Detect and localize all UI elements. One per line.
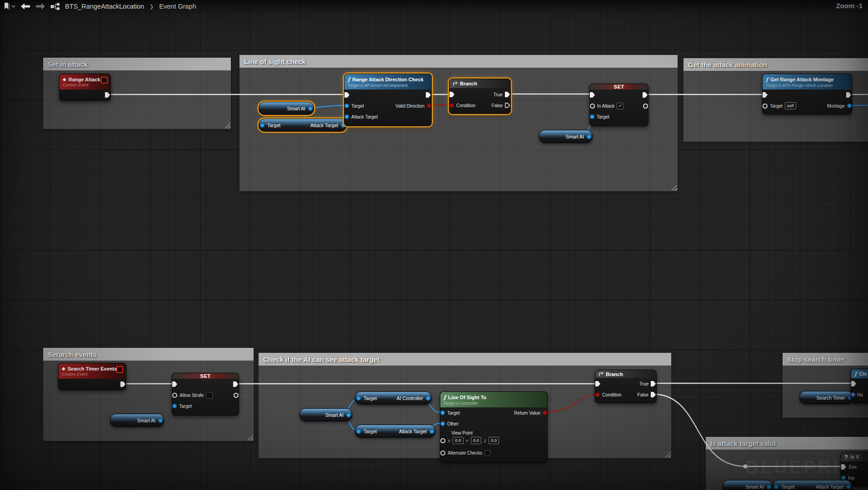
object-out-pin[interactable] <box>846 485 851 489</box>
node-search-timer-events[interactable]: ◆ Search Timer Events Custom Event <box>58 363 126 390</box>
node-set-in-attack[interactable]: SET In Attack ✓ Target <box>589 84 649 126</box>
handle-in-pin[interactable] <box>850 392 855 397</box>
false-out-pin[interactable] <box>505 103 510 108</box>
object-out-pin[interactable] <box>587 134 591 139</box>
valid-direction-out-pin[interactable] <box>427 104 431 108</box>
node-set-allow-strafe[interactable]: SET Allow Strafe Target <box>172 373 239 416</box>
object-out-pin[interactable] <box>346 413 351 417</box>
exec-out-pin[interactable] <box>426 92 431 98</box>
object-in-pin[interactable] <box>260 123 264 128</box>
exec-in-pin[interactable] <box>595 381 601 386</box>
exec-out-pin[interactable] <box>105 92 110 98</box>
target-in-pin[interactable] <box>590 114 594 119</box>
in-attack-in-pin[interactable] <box>590 104 595 109</box>
view-point-y-input[interactable]: 0.0 <box>471 437 481 444</box>
blueprint-graph-canvas[interactable]: Set in attack Line of sight check Get th… <box>0 0 868 490</box>
exec-in-pin[interactable] <box>172 381 178 387</box>
comment-resize-handle[interactable] <box>671 185 677 191</box>
variable-get-smart-ai[interactable]: Smart AI <box>110 414 164 427</box>
function-icon: ƒ <box>348 76 350 83</box>
self-input[interactable]: self <box>785 102 796 109</box>
target-in-pin[interactable] <box>763 104 768 109</box>
exec-out-pin[interactable] <box>120 381 126 387</box>
true-out-pin[interactable] <box>505 92 510 97</box>
comment-resize-handle[interactable] <box>224 123 230 129</box>
object-out-pin[interactable] <box>767 485 771 489</box>
exec-out-pin[interactable] <box>846 92 852 98</box>
variable-get-smart-ai[interactable]: Smart AI <box>723 480 773 490</box>
node-clear-and-invalidate-timer[interactable]: ƒ Cle Ha <box>851 369 868 403</box>
exec-in-pin[interactable] <box>763 92 768 98</box>
view-point-in-pin[interactable] <box>440 438 445 443</box>
variable-get-smart-ai[interactable]: Smart AI <box>299 408 352 421</box>
variable-get-smart-ai[interactable]: Smart AI <box>259 102 314 115</box>
forward-arrow-button[interactable] <box>35 3 45 10</box>
object-out-pin[interactable] <box>429 429 434 434</box>
target-in-pin[interactable] <box>440 411 445 415</box>
node-range-attack-event[interactable]: ◆ Range Attack Custom Event <box>59 74 111 101</box>
pin-label: Target <box>770 104 783 109</box>
variable-get-attack-target[interactable]: Target Attack Target <box>259 119 347 132</box>
comment-resize-handle[interactable] <box>665 452 671 458</box>
comment-title[interactable]: Set in attack <box>43 58 231 70</box>
node-line-of-sight-to[interactable]: ƒ Line Of Sight To Target is Controller … <box>440 391 548 462</box>
exec-in-pin[interactable] <box>841 464 847 470</box>
object-in-pin[interactable] <box>356 396 361 401</box>
allow-strafe-out-pin[interactable] <box>234 393 239 398</box>
pin-label: Return Value <box>514 411 540 416</box>
object-out-pin[interactable] <box>158 418 163 423</box>
function-get-ai-controller[interactable]: Target AI Controller <box>355 391 432 405</box>
allow-strafe-checkbox[interactable] <box>206 392 213 399</box>
comment-title[interactable]: Check if the AI can see attack target <box>259 353 671 366</box>
exec-out-pin[interactable] <box>233 381 239 387</box>
in-attack-checkbox[interactable]: ✓ <box>617 103 624 109</box>
variable-get-search-timer[interactable]: Search Timer <box>799 391 853 404</box>
back-arrow-button[interactable] <box>20 3 30 10</box>
comment-title[interactable]: Get the attack animation <box>683 58 868 71</box>
input-object-in-pin[interactable] <box>841 475 846 480</box>
object-in-pin[interactable] <box>774 485 778 489</box>
in-attack-out-pin[interactable] <box>643 104 648 109</box>
false-out-pin[interactable] <box>651 392 656 397</box>
montage-out-pin[interactable] <box>847 104 852 108</box>
variable-get-attack-target[interactable]: Target Attack Target <box>355 425 435 438</box>
object-out-pin[interactable] <box>426 396 430 401</box>
pin-label: Target <box>447 411 460 416</box>
breadcrumb-root[interactable]: BTS_RangeAttackLocation <box>65 3 144 10</box>
attack-target-in-pin[interactable] <box>344 114 349 119</box>
alternate-checks-checkbox[interactable] <box>484 450 490 456</box>
node-branch-top[interactable]: Branch True Condition False <box>449 79 511 114</box>
variable-get-attack-target[interactable]: Target Attack Target <box>773 480 852 490</box>
other-in-pin[interactable] <box>440 421 445 426</box>
object-in-pin[interactable] <box>356 429 361 434</box>
condition-in-pin[interactable] <box>449 103 454 108</box>
variable-get-smart-ai[interactable]: Smart AI <box>539 130 593 143</box>
axis-label: Y <box>466 438 469 443</box>
node-get-range-attack-montage[interactable]: ƒ Get Range Attack Montage Target is BTS… <box>762 74 852 114</box>
condition-in-pin[interactable] <box>595 392 600 397</box>
comment-resize-handle[interactable] <box>247 435 253 441</box>
exec-in-pin[interactable] <box>851 381 857 386</box>
object-out-pin[interactable] <box>308 106 313 111</box>
allow-strafe-in-pin[interactable] <box>172 393 177 398</box>
view-point-x-input[interactable]: 0.0 <box>453 437 463 444</box>
return-value-out-pin[interactable] <box>543 411 547 415</box>
alternate-checks-in-pin[interactable] <box>440 450 445 455</box>
view-point-z-input[interactable]: 0.0 <box>489 437 499 444</box>
comment-title[interactable]: Serarch events <box>43 348 254 361</box>
exec-in-pin[interactable] <box>344 92 350 98</box>
node-branch-bottom[interactable]: Branch True Condition False <box>595 370 657 403</box>
target-in-pin[interactable] <box>344 104 349 108</box>
comment-title[interactable]: Stop search timer <box>783 353 868 366</box>
comment-title[interactable]: Line of sight check <box>239 55 678 68</box>
bookmark-button[interactable] <box>4 2 15 10</box>
exec-in-pin[interactable] <box>590 92 595 98</box>
breadcrumb-page[interactable]: Event Graph <box>159 3 196 10</box>
pill-label: Attack Target <box>310 123 338 128</box>
true-out-pin[interactable] <box>651 381 656 386</box>
exec-in-pin[interactable] <box>449 92 455 97</box>
target-in-pin[interactable] <box>172 404 177 408</box>
node-range-attack-direction-check[interactable]: ƒ Range Attack Direction Check Target is… <box>344 74 432 126</box>
comment-title[interactable]: Is attack target valid <box>706 437 868 450</box>
exec-out-pin[interactable] <box>643 92 648 98</box>
